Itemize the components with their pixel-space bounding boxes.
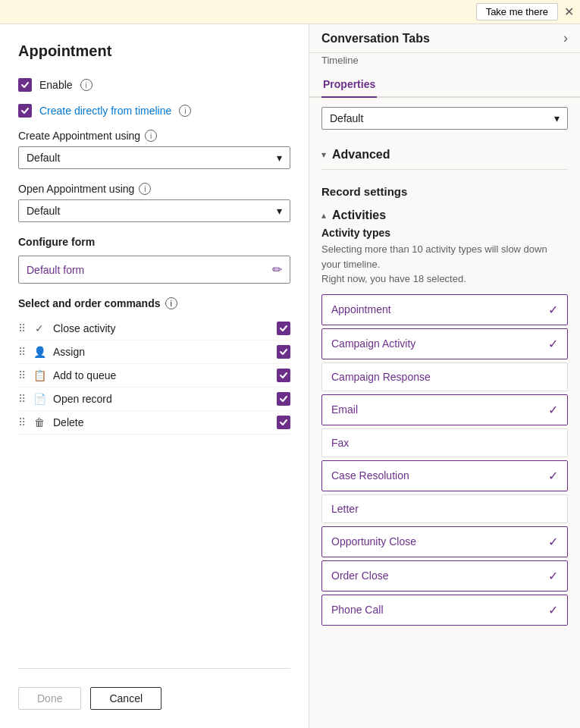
delete-cmd-label: Delete bbox=[53, 416, 271, 428]
advanced-chevron-icon: ▾ bbox=[321, 149, 326, 160]
enable-checkbox[interactable] bbox=[18, 78, 32, 92]
delete-checkbox[interactable] bbox=[277, 416, 290, 429]
command-row: ⠿ 📋 Add to queue bbox=[18, 364, 290, 388]
add-to-queue-cmd-label: Add to queue bbox=[53, 369, 271, 381]
create-appointment-info-icon[interactable]: i bbox=[145, 130, 157, 142]
create-timeline-row: Create directly from timeline i bbox=[18, 104, 290, 118]
bottom-buttons: Done Cancel bbox=[18, 668, 290, 710]
drag-handle-open-record[interactable]: ⠿ bbox=[18, 393, 26, 405]
right-panel-subtitle: Timeline bbox=[309, 53, 580, 72]
right-dropdown-chevron: ▾ bbox=[554, 112, 560, 124]
create-timeline-info-icon[interactable]: i bbox=[179, 105, 191, 117]
close-activity-cmd-icon: ✓ bbox=[32, 322, 47, 334]
drag-handle-assign[interactable]: ⠿ bbox=[18, 346, 26, 358]
open-record-checkbox[interactable] bbox=[277, 392, 290, 406]
command-row: ⠿ 🗑 Delete bbox=[18, 411, 290, 435]
select-order-commands-label: Select and order commands i bbox=[18, 297, 290, 309]
right-default-dropdown[interactable]: Default ▾ bbox=[321, 107, 568, 130]
activity-item-opportunity-close[interactable]: Opportunity Close ✓ bbox=[321, 526, 568, 557]
close-top-button[interactable]: ✕ bbox=[564, 5, 574, 19]
advanced-divider bbox=[321, 169, 568, 170]
right-panel: Conversation Tabs › Timeline Properties … bbox=[309, 24, 580, 728]
open-appointment-dropdown[interactable]: Default ▾ bbox=[18, 199, 290, 222]
activity-item-phone-call[interactable]: Phone Call ✓ bbox=[321, 595, 568, 626]
advanced-section-label: Advanced bbox=[332, 148, 390, 162]
enable-label: Enable bbox=[39, 79, 73, 91]
open-appointment-label: Open Appointment using i bbox=[18, 183, 290, 195]
advanced-section-header[interactable]: ▾ Advanced bbox=[321, 139, 568, 166]
command-row: ⠿ 📄 Open record bbox=[18, 388, 290, 411]
command-row: ⠿ ✓ Close activity bbox=[18, 317, 290, 340]
right-panel-chevron-icon[interactable]: › bbox=[563, 30, 568, 46]
record-settings-label: Record settings bbox=[321, 179, 568, 201]
tab-properties[interactable]: Properties bbox=[321, 72, 377, 98]
default-dropdown-row: Default ▾ bbox=[321, 107, 568, 130]
cancel-button[interactable]: Cancel bbox=[90, 687, 161, 710]
default-form-link[interactable]: Default form bbox=[27, 264, 84, 276]
right-panel-title: Conversation Tabs bbox=[321, 32, 430, 46]
activity-types-hint: Selecting more than 10 activity types wi… bbox=[321, 242, 568, 287]
activity-item-order-close[interactable]: Order Close ✓ bbox=[321, 560, 568, 592]
open-dropdown-chevron: ▾ bbox=[277, 205, 282, 217]
create-appointment-label: Create Appointment using i bbox=[18, 130, 290, 142]
assign-cmd-icon: 👤 bbox=[32, 346, 47, 358]
assign-checkbox[interactable] bbox=[277, 345, 290, 359]
activities-section-header[interactable]: ▴ Activities bbox=[321, 201, 568, 227]
top-bar: Take me there ✕ bbox=[0, 0, 580, 24]
configure-form-box: Default form ✏ bbox=[18, 256, 290, 284]
right-panel-header: Conversation Tabs › bbox=[309, 24, 580, 53]
create-timeline-checkbox[interactable] bbox=[18, 104, 32, 118]
enable-info-icon[interactable]: i bbox=[80, 79, 92, 91]
done-button[interactable]: Done bbox=[18, 687, 81, 710]
create-dropdown-chevron: ▾ bbox=[277, 152, 282, 164]
left-panel: Appointment Enable i Create directly fro… bbox=[0, 24, 309, 728]
activity-item-fax[interactable]: Fax bbox=[321, 428, 568, 457]
create-appointment-dropdown[interactable]: Default ▾ bbox=[18, 146, 290, 169]
drag-handle-delete[interactable]: ⠿ bbox=[18, 416, 26, 428]
command-row: ⠿ 👤 Assign bbox=[18, 340, 290, 364]
right-scroll-area[interactable]: Default ▾ ▾ Advanced Record settings ▴ A… bbox=[309, 98, 580, 728]
tab-bar: Properties bbox=[309, 72, 580, 98]
activities-section-label: Activities bbox=[332, 209, 386, 222]
commands-list: ⠿ ✓ Close activity ⠿ 👤 Assign ⠿ 📋 Add to… bbox=[18, 317, 290, 435]
configure-form-section-label: Configure form bbox=[18, 236, 290, 248]
drag-handle-close-activity[interactable]: ⠿ bbox=[18, 322, 26, 334]
open-appointment-info-icon[interactable]: i bbox=[139, 183, 151, 195]
add-to-queue-cmd-icon: 📋 bbox=[32, 369, 47, 381]
activity-item-appointment[interactable]: Appointment ✓ bbox=[321, 294, 568, 325]
delete-cmd-icon: 🗑 bbox=[32, 416, 47, 428]
assign-cmd-label: Assign bbox=[53, 346, 271, 358]
main-layout: Appointment Enable i Create directly fro… bbox=[0, 24, 580, 728]
activity-item-letter[interactable]: Letter bbox=[321, 494, 568, 523]
create-timeline-label: Create directly from timeline bbox=[39, 105, 171, 117]
activity-types-label: Activity types bbox=[321, 227, 568, 239]
edit-form-icon[interactable]: ✏ bbox=[272, 262, 282, 277]
close-activity-cmd-label: Close activity bbox=[53, 322, 271, 334]
activity-item-campaign-response[interactable]: Campaign Response bbox=[321, 362, 568, 391]
activity-item-case-resolution[interactable]: Case Resolution ✓ bbox=[321, 460, 568, 491]
activities-chevron-icon: ▴ bbox=[321, 210, 326, 221]
commands-info-icon[interactable]: i bbox=[165, 297, 177, 309]
activity-items-list: Appointment ✓ Campaign Activity ✓ Campai… bbox=[321, 294, 568, 626]
panel-title: Appointment bbox=[18, 42, 290, 60]
drag-handle-add-to-queue[interactable]: ⠿ bbox=[18, 369, 26, 381]
activity-item-email[interactable]: Email ✓ bbox=[321, 394, 568, 425]
add-to-queue-checkbox[interactable] bbox=[277, 369, 290, 382]
open-record-cmd-label: Open record bbox=[53, 393, 271, 405]
open-record-cmd-icon: 📄 bbox=[32, 393, 47, 405]
activity-item-campaign-activity[interactable]: Campaign Activity ✓ bbox=[321, 328, 568, 359]
enable-row: Enable i bbox=[18, 78, 290, 92]
take-me-there-button[interactable]: Take me there bbox=[476, 3, 558, 20]
close-activity-checkbox[interactable] bbox=[277, 322, 290, 335]
